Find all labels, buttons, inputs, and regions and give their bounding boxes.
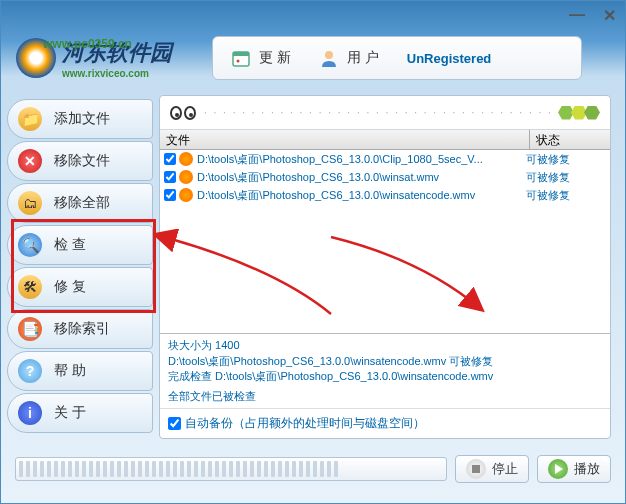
remove-icon: ✕ (18, 149, 42, 173)
row-checkbox[interactable] (164, 171, 176, 183)
row-checkbox[interactable] (164, 189, 176, 201)
user-icon (319, 48, 339, 68)
remove-file-button[interactable]: ✕ 移除文件 (7, 141, 153, 181)
about-button[interactable]: i 关 于 (7, 393, 153, 433)
about-label: 关 于 (54, 404, 86, 422)
file-status: 可被修复 (526, 188, 606, 203)
remove-all-icon: 🗂 (18, 191, 42, 215)
table-row[interactable]: D:\tools\桌面\Photoshop_CS6_13.0.0\winsat.… (160, 168, 610, 186)
sidebar: 📁 添加文件 ✕ 移除文件 🗂 移除全部 🔍 检 查 🛠 修 复 📑 移除 (7, 95, 153, 439)
calendar-icon (231, 48, 251, 68)
user-label: 用 户 (347, 49, 379, 67)
svg-point-2 (237, 60, 240, 63)
info-icon: i (18, 401, 42, 425)
file-icon (179, 170, 193, 184)
file-path: D:\tools\桌面\Photoshop_CS6_13.0.0\winsat.… (197, 170, 526, 185)
file-list: D:\tools\桌面\Photoshop_CS6_13.0.0\Clip_10… (160, 150, 610, 204)
log-line: 块大小为 1400 (168, 338, 602, 353)
svg-rect-1 (233, 52, 249, 56)
log-line: 完成检查 D:\tools\桌面\Photoshop_CS6_13.0.0\wi… (168, 369, 602, 384)
autobackup-row: 自动备份（占用额外的处理时间与磁盘空间） (160, 408, 610, 438)
log-line: D:\tools\桌面\Photoshop_CS6_13.0.0\winsate… (168, 354, 602, 369)
status-strip: · · · · · · · · · · · · · · · · · · · · … (160, 96, 610, 130)
folder-icon: 📁 (18, 107, 42, 131)
help-icon: ? (18, 359, 42, 383)
log-line: 全部文件已被检查 (168, 389, 602, 404)
remove-index-label: 移除索引 (54, 320, 110, 338)
file-path: D:\tools\桌面\Photoshop_CS6_13.0.0\Clip_10… (197, 152, 526, 167)
svg-point-3 (325, 51, 333, 59)
column-status[interactable]: 状态 (530, 130, 610, 149)
repair-button[interactable]: 🛠 修 复 (7, 267, 153, 307)
stop-label: 停止 (492, 460, 518, 478)
logo-title: 河东软件园 (62, 38, 172, 68)
body: 📁 添加文件 ✕ 移除文件 🗂 移除全部 🔍 检 查 🛠 修 复 📑 移除 (1, 87, 625, 447)
close-button[interactable]: ✕ (599, 5, 619, 25)
add-file-button[interactable]: 📁 添加文件 (7, 99, 153, 139)
file-path: D:\tools\桌面\Photoshop_CS6_13.0.0\winsate… (197, 188, 526, 203)
progress-bar (15, 457, 447, 481)
header: 河东软件园 www.rixviceo.com www.pc0359.cn 更 新… (1, 29, 625, 87)
file-icon (179, 152, 193, 166)
remove-all-label: 移除全部 (54, 194, 110, 212)
top-panel: 更 新 用 户 UnRegistered (212, 36, 582, 80)
stop-button[interactable]: 停止 (455, 455, 529, 483)
play-icon (548, 459, 568, 479)
log-panel: 块大小为 1400 D:\tools\桌面\Photoshop_CS6_13.0… (160, 333, 610, 408)
titlebar: — ✕ (1, 1, 625, 29)
remove-index-icon: 📑 (18, 317, 42, 341)
main-panel: · · · · · · · · · · · · · · · · · · · · … (159, 95, 611, 439)
file-status: 可被修复 (526, 152, 606, 167)
play-label: 播放 (574, 460, 600, 478)
update-label: 更 新 (259, 49, 291, 67)
column-file[interactable]: 文件 (160, 130, 530, 149)
check-icon: 🔍 (18, 233, 42, 257)
update-button[interactable]: 更 新 (231, 48, 291, 68)
hex-icon (561, 106, 600, 120)
check-label: 检 查 (54, 236, 86, 254)
file-status: 可被修复 (526, 170, 606, 185)
table-row[interactable]: D:\tools\桌面\Photoshop_CS6_13.0.0\winsate… (160, 186, 610, 204)
autobackup-label: 自动备份（占用额外的处理时间与磁盘空间） (185, 415, 425, 432)
help-button[interactable]: ? 帮 助 (7, 351, 153, 391)
table-row[interactable]: D:\tools\桌面\Photoshop_CS6_13.0.0\Clip_10… (160, 150, 610, 168)
table-header: 文件 状态 (160, 130, 610, 150)
logo: 河东软件园 www.rixviceo.com (16, 38, 172, 79)
minimize-button[interactable]: — (567, 5, 587, 25)
footer: 停止 播放 (1, 447, 625, 491)
app-window: — ✕ 河东软件园 www.rixviceo.com www.pc0359.cn… (0, 0, 626, 504)
add-file-label: 添加文件 (54, 110, 110, 128)
logo-icon (16, 38, 56, 78)
autobackup-checkbox[interactable] (168, 417, 181, 430)
repair-icon: 🛠 (18, 275, 42, 299)
remove-all-button[interactable]: 🗂 移除全部 (7, 183, 153, 223)
row-checkbox[interactable] (164, 153, 176, 165)
unregistered-label: UnRegistered (407, 51, 492, 66)
repair-label: 修 复 (54, 278, 86, 296)
stop-icon (466, 459, 486, 479)
file-icon (179, 188, 193, 202)
logo-subtitle: www.rixviceo.com (62, 68, 172, 79)
remove-index-button[interactable]: 📑 移除索引 (7, 309, 153, 349)
remove-file-label: 移除文件 (54, 152, 110, 170)
help-label: 帮 助 (54, 362, 86, 380)
user-button[interactable]: 用 户 (319, 48, 379, 68)
play-button[interactable]: 播放 (537, 455, 611, 483)
divider-dots: · · · · · · · · · · · · · · · · · · · · … (204, 107, 553, 118)
eyes-icon (170, 106, 196, 120)
check-button[interactable]: 🔍 检 查 (7, 225, 153, 265)
